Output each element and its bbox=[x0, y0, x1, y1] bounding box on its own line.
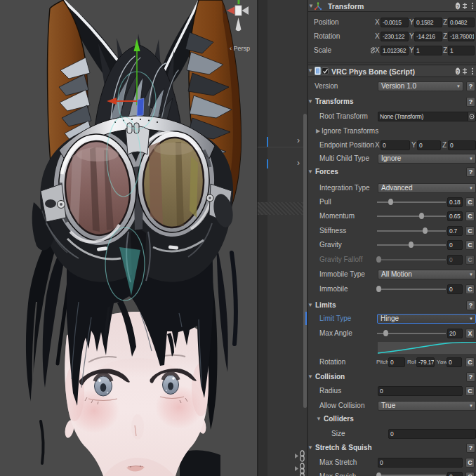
svg-text:?: ? bbox=[456, 69, 460, 75]
svg-text:‹ Persp: ‹ Persp bbox=[230, 45, 250, 52]
svg-text:x: x bbox=[223, 8, 226, 15]
svg-text:?: ? bbox=[456, 4, 460, 10]
